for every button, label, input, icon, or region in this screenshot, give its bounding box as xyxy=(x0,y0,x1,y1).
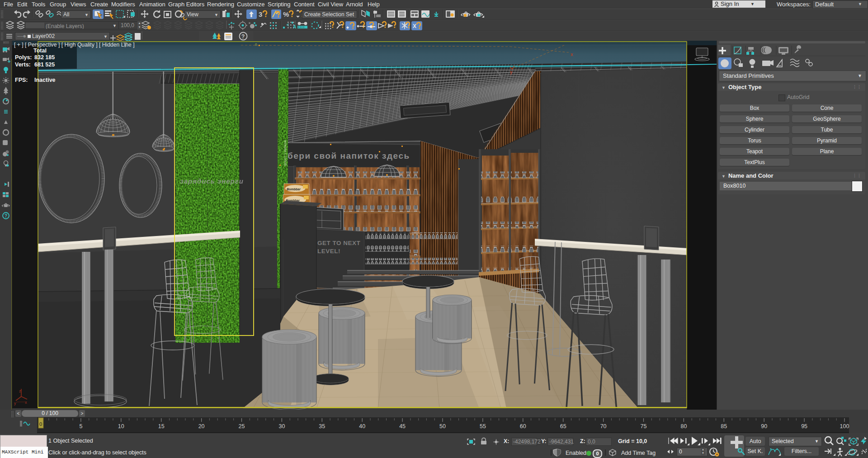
svg-text:75: 75 xyxy=(641,423,647,430)
svg-text:45: 45 xyxy=(399,423,406,430)
svg-text:0: 0 xyxy=(39,421,42,427)
svg-text:55: 55 xyxy=(480,423,486,430)
svg-text:5: 5 xyxy=(79,423,82,430)
svg-text:Inactive: Inactive xyxy=(34,77,56,83)
svg-text:y: y xyxy=(510,69,513,75)
svg-text:60: 60 xyxy=(520,423,526,430)
svg-text:35: 35 xyxy=(319,423,325,430)
svg-text:0: 0 xyxy=(255,42,257,47)
svg-text:x: x xyxy=(571,52,573,57)
svg-text:бери свой напиток здесь: бери свой напиток здесь xyxy=(288,151,410,161)
svg-text:[ + ] [ Perspective ] [ High: [ + ] [ Perspective ] [ High Quality ] [… xyxy=(14,42,135,48)
svg-text:Polys:: Polys: xyxy=(15,54,32,61)
svg-text:z: z xyxy=(19,389,21,393)
svg-text:85: 85 xyxy=(721,423,727,430)
svg-text:y: y xyxy=(14,401,16,406)
svg-text:x: x xyxy=(25,400,27,405)
svg-text:40: 40 xyxy=(359,423,365,430)
svg-text:15: 15 xyxy=(158,423,165,430)
svg-text:20: 20 xyxy=(198,423,205,430)
svg-text:%: % xyxy=(283,10,289,18)
svg-text:90: 90 xyxy=(761,423,767,430)
svg-text:80: 80 xyxy=(680,423,687,430)
svg-text:A: A xyxy=(293,24,296,29)
svg-text:681 525: 681 525 xyxy=(34,61,55,68)
svg-text:FPS:: FPS: xyxy=(15,77,28,83)
svg-text:Verts:: Verts: xyxy=(15,61,31,68)
svg-text:?: ? xyxy=(5,213,7,218)
svg-text:?: ? xyxy=(241,33,245,40)
svg-text:возьми с собой: возьми с собой xyxy=(283,140,288,166)
svg-text:зарядись энерги: зарядись энерги xyxy=(180,177,244,185)
svg-text:3: 3 xyxy=(259,10,262,18)
svg-text:95: 95 xyxy=(801,423,807,430)
svg-text:Total: Total xyxy=(33,47,47,54)
svg-text:25: 25 xyxy=(239,423,245,430)
svg-text:70: 70 xyxy=(600,423,607,430)
svg-text:832 185: 832 185 xyxy=(34,54,55,61)
svg-text:50: 50 xyxy=(439,423,446,430)
svg-text:Bombbar: Bombbar xyxy=(287,188,301,191)
svg-text:GET TO NEXT: GET TO NEXT xyxy=(317,240,361,246)
svg-text:30: 30 xyxy=(278,423,285,430)
svg-text:10: 10 xyxy=(118,423,124,430)
svg-text:65: 65 xyxy=(560,423,566,430)
svg-text:100: 100 xyxy=(840,423,849,430)
svg-text:X: X xyxy=(413,23,416,29)
svg-text:LEVEL!: LEVEL! xyxy=(317,248,340,255)
